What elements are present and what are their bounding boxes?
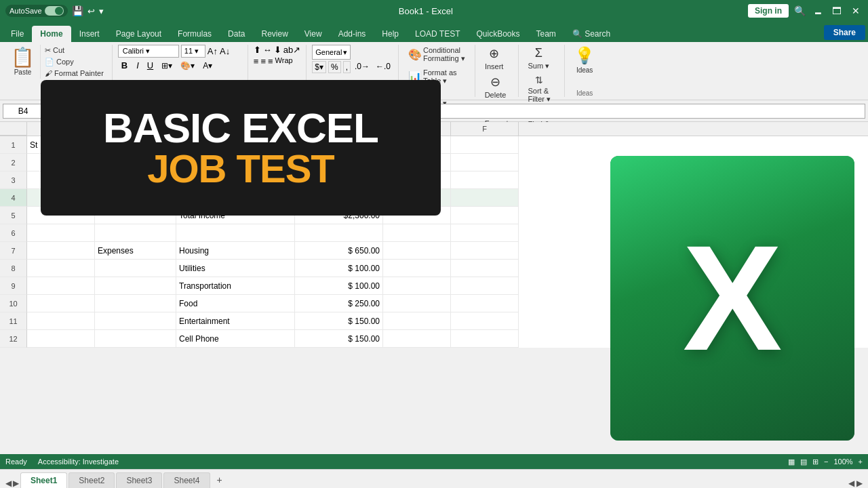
cell-e10[interactable] (383, 295, 451, 312)
tab-team[interactable]: Team (528, 26, 564, 42)
corner-cell[interactable] (0, 122, 27, 136)
tab-file[interactable]: File (3, 26, 32, 42)
sign-in-button[interactable]: Sign in (748, 4, 789, 18)
tab-quickbooks[interactable]: QuickBooks (468, 26, 528, 42)
cell-e12[interactable] (383, 330, 451, 348)
cell-c6[interactable] (176, 224, 295, 242)
page-break-btn[interactable]: ⊞ (812, 458, 818, 466)
toolbar-icon-undo[interactable]: ↩ (87, 6, 95, 16)
align-center-btn[interactable]: ≡ (260, 56, 266, 66)
decrease-font-btn[interactable]: A↓ (220, 46, 230, 56)
align-bot-btn[interactable]: ⬇ (274, 45, 281, 55)
align-right-btn[interactable]: ≡ (268, 56, 273, 66)
tab-addins[interactable]: Add-ins (330, 26, 374, 42)
close-button[interactable]: ✕ (849, 4, 863, 18)
sheet-scroll-right[interactable]: ▶ (13, 479, 19, 488)
sheet-tab-sheet2[interactable]: Sheet2 (68, 472, 115, 488)
cell-f7[interactable] (451, 242, 519, 260)
cell-f6[interactable] (451, 224, 519, 242)
row-header-7[interactable]: 7 (0, 242, 27, 260)
cell-c7[interactable]: Housing (176, 242, 295, 260)
font-size-dropdown[interactable]: 11 ▾ (181, 45, 205, 58)
italic-button[interactable]: I (134, 60, 142, 71)
sort-filter-button[interactable]: ⇅ Sort &Filter ▾ (524, 73, 555, 105)
cell-a7[interactable] (27, 242, 95, 260)
cell-b8[interactable] (95, 260, 176, 277)
sheet-tab-sheet1[interactable]: Sheet1 (20, 472, 67, 488)
row-header-8[interactable]: 8 (0, 260, 27, 277)
share-button[interactable]: Share (824, 25, 865, 40)
cell-c12[interactable]: Cell Phone (176, 330, 295, 348)
percent-btn[interactable]: % (328, 61, 341, 73)
cell-f5[interactable] (451, 207, 519, 224)
tab-loadtest[interactable]: LOAD TEST (407, 26, 468, 42)
normal-view-btn[interactable]: ▦ (788, 458, 795, 466)
angle-text-btn[interactable]: ab↗ (283, 45, 300, 55)
row-header-5[interactable]: 5 (0, 207, 27, 224)
font-color-button[interactable]: A▾ (200, 60, 215, 71)
tab-formulas[interactable]: Formulas (170, 26, 220, 42)
cell-e11[interactable] (383, 312, 451, 330)
cell-c9[interactable]: Transportation (176, 277, 295, 295)
row-header-4[interactable]: 4 (0, 189, 27, 207)
autosave-toggle[interactable]: AutoSave (5, 5, 68, 17)
cell-d6[interactable] (295, 224, 383, 242)
paste-button[interactable]: 📋 Paste (5, 45, 41, 79)
cell-c10[interactable]: Food (176, 295, 295, 312)
row-header-3[interactable]: 3 (0, 171, 27, 189)
wrap-text-btn[interactable]: Wrap (275, 56, 293, 66)
cell-d10[interactable]: $ 250.00 (295, 295, 383, 312)
row-header-11[interactable]: 11 (0, 312, 27, 330)
tab-home[interactable]: Home (32, 26, 71, 42)
cell-f12[interactable] (451, 330, 519, 348)
comma-btn[interactable]: , (343, 61, 351, 73)
search-icon-title[interactable]: 🔍 (794, 5, 806, 16)
row-header-6[interactable]: 6 (0, 224, 27, 242)
cell-d12[interactable]: $ 150.00 (295, 330, 383, 348)
fill-color-button[interactable]: 🎨▾ (178, 60, 197, 71)
cell-a8[interactable] (27, 260, 95, 277)
conditional-formatting-button[interactable]: 🎨 ConditionalFormatting ▾ (404, 45, 469, 64)
cell-b12[interactable] (95, 330, 176, 348)
bold-button[interactable]: B (118, 59, 131, 72)
number-format-dropdown[interactable]: General ▾ (312, 45, 351, 60)
sheet-nav-arrows[interactable]: ◀ ▶ (848, 479, 863, 488)
row-header-1[interactable]: 1 (0, 136, 27, 154)
cell-b10[interactable] (95, 295, 176, 312)
cell-f11[interactable] (451, 312, 519, 330)
cell-f9[interactable] (451, 277, 519, 295)
increase-decimal-btn[interactable]: .0→ (353, 61, 372, 73)
cut-button[interactable]: ✂ Cut (42, 45, 106, 56)
sheet-scroll-left[interactable]: ◀ (5, 479, 12, 488)
row-header-10[interactable]: 10 (0, 295, 27, 312)
copy-button[interactable]: 📄 Copy (42, 56, 106, 68)
row-header-12[interactable]: 12 (0, 330, 27, 348)
tab-view[interactable]: View (296, 26, 330, 42)
autosum-button[interactable]: Σ Sum ▾ (524, 45, 554, 72)
toolbar-icon-customize[interactable]: ▾ (99, 6, 104, 16)
align-left-btn[interactable]: ≡ (254, 56, 259, 66)
cell-c11[interactable]: Entertainment (176, 312, 295, 330)
cell-e8[interactable] (383, 260, 451, 277)
cell-f1[interactable] (451, 136, 519, 154)
cell-b9[interactable] (95, 277, 176, 295)
cell-reference-box[interactable]: B4 (3, 104, 43, 119)
delete-cells-button[interactable]: ⊖ Delete (481, 73, 511, 100)
cell-c8[interactable]: Utilities (176, 260, 295, 277)
cell-e7[interactable] (383, 242, 451, 260)
cell-d9[interactable]: $ 100.00 (295, 277, 383, 295)
cell-b7[interactable]: Expenses (95, 242, 176, 260)
cell-e9[interactable] (383, 277, 451, 295)
increase-font-btn[interactable]: A↑ (208, 46, 218, 56)
zoom-out-btn[interactable]: − (824, 458, 828, 466)
sheet-tab-sheet3[interactable]: Sheet3 (116, 472, 162, 488)
font-name-dropdown[interactable]: Calibri ▾ (118, 45, 179, 58)
page-layout-btn[interactable]: ▤ (800, 458, 807, 466)
row-header-9[interactable]: 9 (0, 277, 27, 295)
tab-help[interactable]: Help (374, 26, 407, 42)
cell-d8[interactable]: $ 100.00 (295, 260, 383, 277)
cell-b11[interactable] (95, 312, 176, 330)
cell-a10[interactable] (27, 295, 95, 312)
border-button[interactable]: ⊞▾ (159, 60, 175, 71)
cell-d7[interactable]: $ 650.00 (295, 242, 383, 260)
